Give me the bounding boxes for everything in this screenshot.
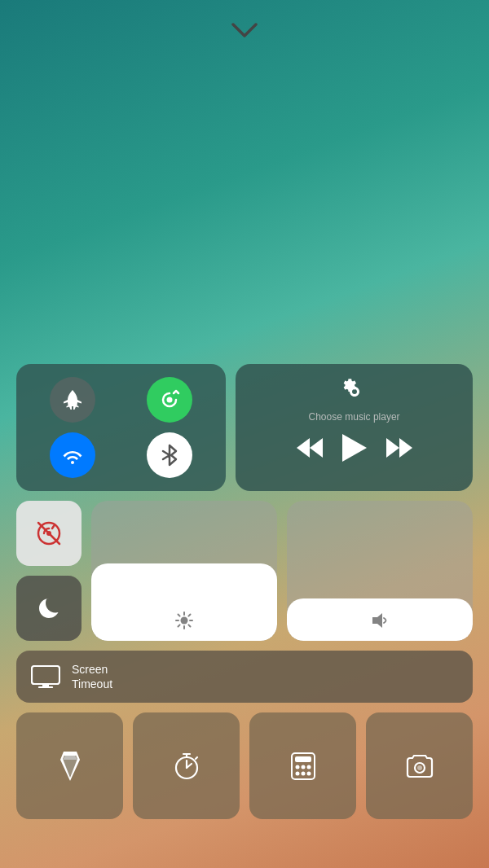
timer-button[interactable]	[133, 712, 240, 819]
svg-line-16	[188, 614, 190, 616]
brightness-slider[interactable]	[91, 501, 277, 641]
svg-marker-18	[372, 613, 382, 628]
music-player-title: Choose music player	[309, 411, 400, 423]
flashlight-button[interactable]	[16, 712, 123, 819]
prev-button[interactable]	[297, 438, 323, 458]
rotation-lock-button[interactable]	[147, 377, 192, 423]
svg-marker-5	[399, 438, 412, 458]
screen-timeout-button[interactable]: ScreenTimeout	[16, 651, 473, 703]
svg-point-34	[295, 765, 299, 769]
svg-line-14	[178, 614, 180, 616]
next-button[interactable]	[386, 438, 412, 458]
svg-point-37	[295, 771, 299, 775]
svg-point-36	[306, 765, 311, 769]
svg-marker-2	[297, 438, 310, 458]
control-center: Choose music player	[16, 364, 473, 819]
chevron-down-icon[interactable]	[231, 23, 258, 37]
svg-marker-4	[386, 438, 399, 458]
night-mode-button[interactable]	[16, 576, 82, 641]
music-header: Choose music player	[309, 377, 400, 423]
airplane-mode-button[interactable]	[50, 377, 95, 423]
play-button[interactable]	[342, 434, 367, 462]
brightness-icon	[175, 612, 193, 629]
music-panel: Choose music player	[236, 364, 473, 491]
row-lock-sliders	[16, 501, 473, 641]
svg-rect-24	[64, 752, 77, 756]
svg-marker-25	[63, 756, 77, 760]
volume-slider[interactable]	[287, 501, 473, 641]
svg-point-38	[301, 771, 305, 775]
svg-marker-3	[342, 434, 367, 462]
screen-timeout-icon	[31, 665, 60, 688]
volume-icon	[371, 612, 389, 629]
svg-point-41	[417, 765, 422, 770]
row-bottom-icons	[16, 712, 473, 819]
screen-timeout-label: ScreenTimeout	[72, 662, 112, 691]
svg-point-9	[181, 616, 188, 624]
row2-left-buttons	[16, 501, 82, 641]
svg-point-35	[301, 765, 305, 769]
svg-rect-20	[42, 684, 49, 686]
music-controls	[297, 434, 412, 462]
sliders-area	[91, 501, 473, 641]
svg-line-31	[196, 757, 197, 759]
wifi-button[interactable]	[50, 432, 95, 478]
svg-marker-1	[310, 438, 323, 458]
row-screen-timeout: ScreenTimeout	[16, 651, 473, 703]
svg-line-15	[188, 625, 190, 626]
svg-point-0	[166, 397, 172, 402]
svg-point-39	[306, 771, 311, 775]
bluetooth-button[interactable]	[147, 432, 192, 478]
calculator-button[interactable]	[249, 712, 356, 819]
svg-line-17	[178, 625, 180, 626]
camera-button[interactable]	[366, 712, 473, 819]
connectivity-panel	[16, 364, 226, 491]
portrait-lock-button[interactable]	[16, 501, 82, 566]
svg-rect-33	[295, 756, 311, 762]
row-connectivity-music: Choose music player	[16, 364, 473, 491]
music-settings-icon[interactable]	[340, 377, 369, 406]
svg-rect-19	[32, 666, 59, 684]
